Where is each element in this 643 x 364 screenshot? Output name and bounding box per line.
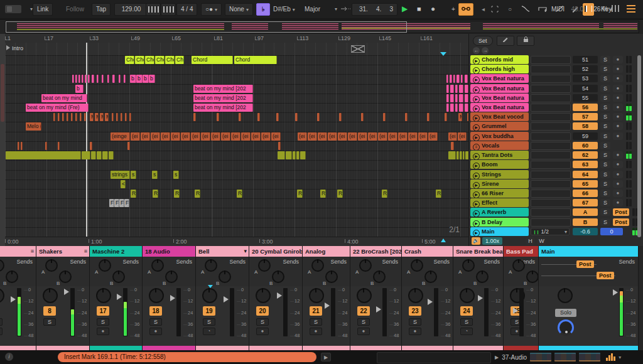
automation-lane-box[interactable] [531, 199, 571, 207]
layout-icon[interactable] [5, 5, 21, 13]
send-a-knob[interactable] [0, 259, 4, 272]
mini-play-icon[interactable]: ▶ [321, 353, 331, 361]
clip[interactable]: (ei [398, 132, 408, 141]
clip-fragment[interactable] [67, 113, 68, 121]
track-arm-button[interactable]: ● [613, 132, 623, 140]
strip-number[interactable]: 24 [460, 306, 473, 316]
strip-arm-button[interactable]: ● [97, 328, 109, 335]
scale-mode-icon[interactable]: ♭ [256, 3, 270, 16]
follow-tempo-button[interactable]: Follow [62, 3, 89, 16]
crossfade-knob[interactable] [558, 319, 574, 336]
track-arm-button[interactable]: ● [613, 190, 623, 197]
strip-arm-button[interactable]: ● [0, 328, 3, 335]
track-solo-button[interactable]: S [600, 199, 610, 206]
track-arm-button[interactable]: ● [613, 199, 623, 206]
clip[interactable]: (ei [271, 132, 281, 141]
strip-arm-button[interactable]: ◔ [460, 328, 473, 335]
track-name[interactable]: ▶Tantra Dots [470, 151, 529, 159]
mixer-track-name[interactable]: 20 Cymbal Gnirob [249, 246, 303, 257]
post-toggle[interactable]: Post [613, 208, 629, 216]
clip-fragment[interactable] [112, 113, 114, 121]
clip-fragment[interactable] [109, 151, 114, 159]
fader-handle[interactable] [224, 296, 229, 302]
track-header-row[interactable]: ▶66 Riser66S● [470, 189, 642, 198]
clip-fragment[interactable] [427, 113, 430, 121]
fader-handle[interactable] [428, 299, 433, 305]
track-menu-icon[interactable]: ≡ [84, 246, 87, 257]
clip-fragment[interactable] [455, 104, 458, 112]
clip[interactable]: (ei [308, 132, 317, 141]
clip-fragment[interactable] [463, 151, 465, 159]
strip-solo-button[interactable]: S [310, 318, 322, 326]
device-thumbnail[interactable] [530, 353, 551, 361]
clip-fragment[interactable] [85, 75, 87, 83]
track-arm-button[interactable]: ● [613, 94, 623, 102]
clip[interactable]: (ei [231, 132, 240, 141]
clip[interactable]: R [174, 190, 180, 198]
clip-fragment[interactable] [361, 113, 364, 121]
track-name[interactable]: ▶A Reverb [470, 208, 529, 217]
fader-handle[interactable] [277, 292, 282, 299]
clip-fragment[interactable] [293, 151, 296, 159]
track-number[interactable]: 56 [573, 104, 598, 111]
fader-handle[interactable] [11, 296, 16, 302]
track-number[interactable]: 57 [573, 113, 598, 120]
pan-knob[interactable] [408, 288, 423, 303]
main-volume-field[interactable]: -0.6 [573, 228, 598, 235]
track-solo-button[interactable]: S [600, 94, 610, 102]
track-play-icon[interactable]: ▶ [473, 96, 480, 102]
mixer-track-name[interactable]: Analog [303, 246, 350, 257]
clip-fragment[interactable] [58, 113, 60, 121]
clip[interactable]: (ei [161, 132, 170, 141]
send-a-knob[interactable] [205, 259, 217, 272]
clip[interactable]: (ei [428, 132, 438, 141]
track-number[interactable]: 52 [573, 65, 598, 73]
clip-fragment[interactable] [82, 151, 90, 159]
track-name[interactable]: ▶Boom [470, 160, 529, 169]
track-name[interactable]: ≡Vocals [470, 141, 529, 150]
clip-fragment[interactable] [129, 113, 131, 121]
clip[interactable]: Melo ( [26, 122, 41, 131]
clip-fragment[interactable] [102, 75, 104, 83]
strip-number[interactable]: 19 [203, 306, 215, 316]
clip[interactable]: (ei [408, 132, 418, 141]
track-solo-button[interactable]: S [600, 218, 610, 226]
scrub-area[interactable]: Intro [5, 43, 468, 55]
time-signature-field[interactable]: 4 / 4 [176, 3, 197, 16]
automation-lane-box[interactable] [531, 113, 571, 121]
clip-fragment[interactable] [18, 142, 19, 150]
groove-amount-menu[interactable]: None▾ [225, 3, 253, 16]
track-header-row[interactable]: ▶Vox buddha59S● [470, 132, 642, 141]
track-solo-button[interactable]: S [600, 180, 610, 188]
track-number[interactable]: 54 [573, 85, 598, 92]
strip-solo-button[interactable]: S [97, 318, 109, 326]
device-slot[interactable] [377, 352, 491, 363]
clip-fragment[interactable] [459, 94, 463, 102]
fade-out-icon[interactable] [520, 3, 531, 14]
track-play-icon[interactable]: ▶ [473, 87, 480, 93]
strip-arm-button[interactable]: ● [310, 328, 322, 335]
track-arm-button[interactable]: ● [613, 161, 623, 168]
clip[interactable]: (ei [378, 132, 387, 141]
clip[interactable]: (ei [448, 132, 457, 141]
track-play-icon[interactable]: ▶ [473, 105, 480, 112]
clip-fragment[interactable] [45, 142, 47, 150]
pan-knob[interactable] [96, 288, 111, 303]
pan-knob[interactable] [558, 288, 573, 303]
clip-fragment[interactable] [460, 151, 462, 159]
insert-marker[interactable] [440, 52, 446, 56]
mixer-track-name[interactable]: Bell▾ [196, 246, 249, 257]
scale-root-menu[interactable]: D#/Eb▾ [269, 3, 300, 16]
send-a-knob[interactable] [512, 259, 525, 272]
track-arm-button[interactable]: ● [613, 113, 623, 120]
track-name[interactable]: ▶Main [470, 227, 529, 236]
automation-lane-box[interactable] [531, 104, 571, 112]
send-b-knob[interactable] [272, 270, 284, 283]
mixer-track-name[interactable]: 18 Audio [143, 246, 196, 257]
clip[interactable]: (ei [261, 132, 271, 141]
strip-number[interactable]: 8 [43, 306, 56, 316]
clip-fragment[interactable] [446, 104, 449, 112]
strip-number[interactable]: 17 [97, 306, 109, 316]
clip-fragment[interactable] [78, 75, 80, 83]
record-button[interactable]: ● [427, 3, 439, 14]
